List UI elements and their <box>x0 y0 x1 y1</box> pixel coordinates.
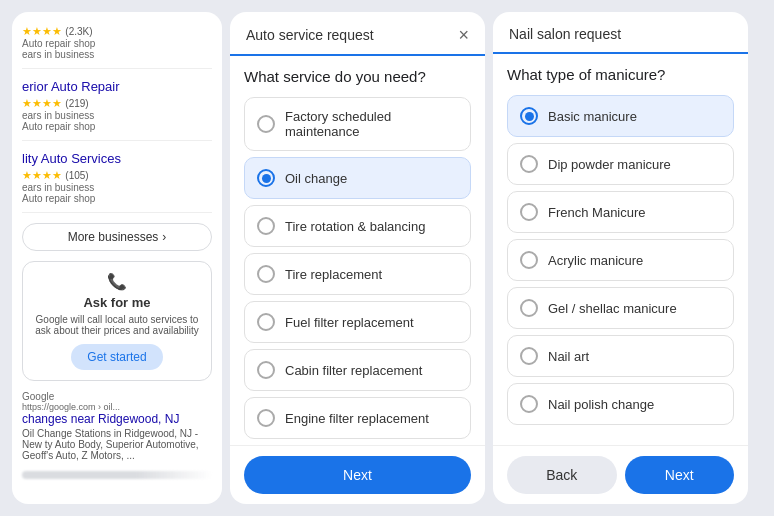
top-business-card: ★★★★ (2.3K) Auto repair shop ears in bus… <box>22 24 212 69</box>
right-dialog-header: Nail salon request <box>493 12 748 54</box>
option-label-middle-4: Fuel filter replacement <box>285 315 414 330</box>
option-label-middle-2: Tire rotation & balancing <box>285 219 425 234</box>
top-reviews: (2.3K) <box>65 26 92 37</box>
option-label-right-1: Dip powder manicure <box>548 157 671 172</box>
middle-option-0[interactable]: Factory scheduled maintenance <box>244 97 471 151</box>
radio-outer-right-1 <box>520 155 538 173</box>
radio-outer-middle-5 <box>257 361 275 379</box>
right-next-button[interactable]: Next <box>625 456 735 494</box>
radio-outer-middle-4 <box>257 313 275 331</box>
middle-panel: Auto service request × What service do y… <box>230 12 485 504</box>
blurred-bar <box>22 471 212 479</box>
radio-outer-middle-2 <box>257 217 275 235</box>
right-dialog-footer: Back Next <box>493 445 748 504</box>
type-1: Auto repair shop <box>22 121 212 132</box>
reviews-1: (219) <box>65 98 88 109</box>
radio-outer-right-5 <box>520 347 538 365</box>
right-option-4[interactable]: Gel / shellac manicure <box>507 287 734 329</box>
option-label-middle-1: Oil change <box>285 171 347 186</box>
radio-inner-right-0 <box>525 112 534 121</box>
middle-option-4[interactable]: Fuel filter replacement <box>244 301 471 343</box>
middle-dialog-footer: Next <box>230 445 485 504</box>
top-business-type: Auto repair shop <box>22 38 212 49</box>
radio-inner-middle-1 <box>262 174 271 183</box>
more-businesses-button[interactable]: More businesses › <box>22 223 212 251</box>
middle-question: What service do you need? <box>244 68 471 85</box>
ask-for-me-title: Ask for me <box>33 295 201 310</box>
right-option-5[interactable]: Nail art <box>507 335 734 377</box>
stars-1: ★★★★ <box>22 97 62 109</box>
radio-outer-right-3 <box>520 251 538 269</box>
middle-options-list: Factory scheduled maintenanceOil changeT… <box>244 97 471 439</box>
option-label-right-5: Nail art <box>548 349 589 364</box>
radio-outer-middle-1 <box>257 169 275 187</box>
get-started-button[interactable]: Get started <box>71 344 162 370</box>
radio-outer-right-0 <box>520 107 538 125</box>
back-button[interactable]: Back <box>507 456 617 494</box>
type-2: Auto repair shop <box>22 193 212 204</box>
close-button[interactable]: × <box>458 26 469 44</box>
option-label-right-2: French Manicure <box>548 205 646 220</box>
right-question: What type of manicure? <box>507 66 734 83</box>
years-2: ears in business <box>22 182 212 193</box>
more-businesses-label: More businesses <box>68 230 159 244</box>
search-title: changes near Ridgewood, NJ <box>22 412 212 426</box>
middle-next-button[interactable]: Next <box>244 456 471 494</box>
years-1: ears in business <box>22 110 212 121</box>
right-dialog-body: What type of manicure? Basic manicureDip… <box>493 54 748 445</box>
chevron-right-icon: › <box>162 230 166 244</box>
option-label-middle-5: Cabin filter replacement <box>285 363 422 378</box>
google-url: https://google.com › oil... <box>22 402 212 412</box>
right-options-list: Basic manicureDip powder manicureFrench … <box>507 95 734 425</box>
right-dialog-title: Nail salon request <box>509 26 621 42</box>
search-snippet: Oil Change Stations in Ridgewood, NJ - N… <box>22 428 212 461</box>
ask-for-me-card: 📞 Ask for me Google will call local auto… <box>22 261 212 381</box>
reviews-2: (105) <box>65 170 88 181</box>
option-label-right-4: Gel / shellac manicure <box>548 301 677 316</box>
option-label-middle-3: Tire replacement <box>285 267 382 282</box>
middle-dialog-body: What service do you need? Factory schedu… <box>230 56 485 445</box>
top-stars: ★★★★ <box>22 25 62 37</box>
middle-option-2[interactable]: Tire rotation & balancing <box>244 205 471 247</box>
radio-outer-middle-6 <box>257 409 275 427</box>
radio-outer-middle-3 <box>257 265 275 283</box>
right-panel: Nail salon request What type of manicure… <box>493 12 748 504</box>
right-option-0[interactable]: Basic manicure <box>507 95 734 137</box>
google-search-result: Google https://google.com › oil... chang… <box>22 391 212 461</box>
radio-outer-right-2 <box>520 203 538 221</box>
middle-dialog-title: Auto service request <box>246 27 374 43</box>
middle-option-5[interactable]: Cabin filter replacement <box>244 349 471 391</box>
middle-dialog-header: Auto service request × <box>230 12 485 56</box>
stars-2: ★★★★ <box>22 169 62 181</box>
middle-option-3[interactable]: Tire replacement <box>244 253 471 295</box>
middle-option-6[interactable]: Engine filter replacement <box>244 397 471 439</box>
business-name-2: lity Auto Services <box>22 151 212 166</box>
radio-outer-right-4 <box>520 299 538 317</box>
option-label-middle-6: Engine filter replacement <box>285 411 429 426</box>
business-card-1: erior Auto Repair ★★★★ (219) ears in bus… <box>22 79 212 141</box>
middle-option-1[interactable]: Oil change <box>244 157 471 199</box>
radio-outer-right-6 <box>520 395 538 413</box>
option-label-right-0: Basic manicure <box>548 109 637 124</box>
right-option-6[interactable]: Nail polish change <box>507 383 734 425</box>
top-years: ears in business <box>22 49 212 60</box>
option-label-right-3: Acrylic manicure <box>548 253 643 268</box>
google-logo: Google <box>22 391 212 402</box>
right-option-3[interactable]: Acrylic manicure <box>507 239 734 281</box>
option-label-middle-0: Factory scheduled maintenance <box>285 109 458 139</box>
radio-outer-middle-0 <box>257 115 275 133</box>
right-option-1[interactable]: Dip powder manicure <box>507 143 734 185</box>
phone-icon: 📞 <box>33 272 201 291</box>
option-label-right-6: Nail polish change <box>548 397 654 412</box>
business-card-2: lity Auto Services ★★★★ (105) ears in bu… <box>22 151 212 213</box>
right-option-2[interactable]: French Manicure <box>507 191 734 233</box>
ask-for-me-desc: Google will call local auto services to … <box>33 314 201 336</box>
left-panel: ★★★★ (2.3K) Auto repair shop ears in bus… <box>12 12 222 504</box>
business-name-1: erior Auto Repair <box>22 79 212 94</box>
